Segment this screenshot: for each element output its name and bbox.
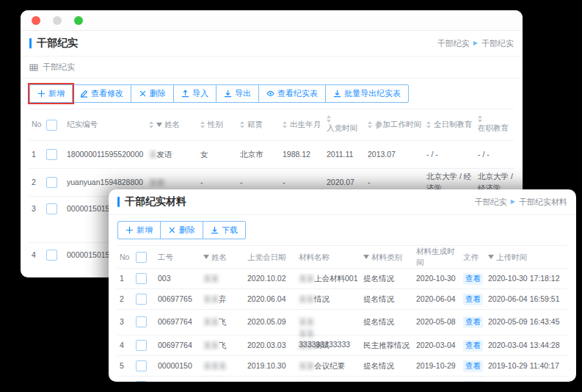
cell-material_name: 某某评议纪要 [297,381,361,382]
plus-icon [126,226,134,234]
toolbar: 新增查看修改删除导入导出查看纪实表批量导出纪实表 [21,79,523,109]
sort-icon [149,121,153,128]
plus-icon [37,90,46,98]
cell-material_created: 2020-06-04 [414,294,461,305]
column-label: 出生年月 [290,119,321,130]
sort-icon [478,115,482,123]
cell-select [134,340,156,351]
row-checkbox[interactable] [136,340,147,351]
column-header-record_id: 纪实编号 [65,119,147,130]
cell-text: 2019-10-29 [416,360,456,371]
view-record-sheet-button[interactable]: 查看纪实表 [258,84,326,103]
export-icon [224,90,232,98]
cell-name: 某某飞 [201,310,245,327]
close-light[interactable] [32,16,40,25]
column-header-gender[interactable]: 性别 [198,119,238,130]
add-button[interactable]: 新增 [29,84,73,103]
redacted-text: 某某 [203,294,219,305]
button-label: 新增 [48,88,65,99]
page-title: 干部纪实材料 [117,195,186,208]
cell-text: 会议纪要 [314,360,345,371]
batch-export-sheet-button[interactable]: 批量导出纪实表 [325,84,409,103]
cell-line: 某某 [299,316,359,327]
cell-no: 2 [117,294,134,305]
cell-no: 1 [117,273,134,284]
cell-text: 2019.10.30 [247,381,286,382]
export-icon [333,90,341,98]
column-label: 材料生成时间 [416,246,459,268]
cell-text: 2020.03.03 [247,340,286,351]
column-header-name[interactable]: 姓名 [147,119,198,130]
column-header-work_start_date[interactable]: 参加工作时间 [365,119,424,130]
column-header-fulltime_education[interactable]: 全日制教育 [424,119,476,130]
view-link[interactable]: 查看 [463,381,483,382]
view-link[interactable]: 查看 [463,340,483,351]
cell-text: 2020.06.04 [247,294,286,305]
cell-upload_time: 2020-10-30 17:18:12 [486,273,568,284]
row-checkbox[interactable] [136,294,147,305]
close-icon [139,90,147,98]
cell-file: 查看 [461,294,486,305]
row-checkbox[interactable] [46,177,57,188]
column-header-onjob_education[interactable]: 在职教育 [476,115,517,134]
cell-no: 3 [117,310,134,327]
row-checkbox[interactable] [46,250,57,261]
row-checkbox[interactable] [46,203,57,214]
maximize-light[interactable] [74,16,83,25]
breadcrumb-parent[interactable]: 干部纪实 [437,38,470,49]
download-button[interactable]: 下载 [203,221,246,239]
button-label: 查看修改 [91,88,123,99]
column-header-upload_time[interactable]: 上传时间 [486,252,568,263]
column-header-party_join_date[interactable]: 入党时间 [324,115,365,134]
button-label: 查看纪实表 [277,88,318,99]
select-all-checkbox[interactable] [136,252,147,263]
import-button[interactable]: 导入 [173,84,217,103]
breadcrumb-parent[interactable]: 干部纪实 [475,197,507,208]
cell-material_name: 某某会议纪要 [297,360,361,371]
breadcrumb: 干部纪实 ▶ 干部纪实材料 [475,197,567,208]
cell-text: 飞 [219,316,227,327]
column-header-native_place[interactable]: 籍贯 [238,119,280,130]
cell-record_id: yuanyuan1594828800 [65,177,147,188]
view-link[interactable]: 查看 [463,294,483,305]
row-checkbox[interactable] [136,316,147,327]
row-checkbox[interactable] [46,149,57,160]
table-row: 500000150某某某2019.10.30某某会议纪要提名情况2019-10-… [117,356,567,377]
button-label: 批量导出纪实表 [344,88,401,99]
cell-text: 上会材料001 [314,273,358,284]
cell-party_meeting_date: 2020.03.03 [245,340,297,351]
column-header-material_type[interactable]: 材料类别 [361,252,414,263]
cell-text: 民主推荐情况 [363,340,410,351]
delete-button[interactable]: 删除 [160,221,203,239]
view-link[interactable]: 查看 [463,316,483,327]
row-checkbox[interactable] [136,381,147,382]
column-header-file: 文件 [461,252,486,263]
breadcrumb-arrow-icon: ▶ [473,40,478,46]
view-edit-button[interactable]: 查看修改 [72,84,131,103]
view-link[interactable]: 查看 [463,273,483,284]
add-button[interactable]: 新增 [117,221,161,239]
column-header-select[interactable] [134,252,156,263]
cell-text: 2020-05-09 16:43:45 [488,316,560,327]
cell-material_name: 某某上会材料001 [297,273,361,284]
button-label: 导出 [235,88,251,99]
cell-text: 提名情况 [363,273,394,284]
grid-icon [29,63,38,72]
minimize-light[interactable] [53,16,62,25]
section-header: 干部纪实材料 干部纪实 ▶ 干部纪实材料 [109,189,576,215]
cell-material_created: 2020-03-04 [414,340,461,351]
redacted-text: 某某 [299,294,314,305]
column-header-name[interactable]: 姓名 [201,252,245,263]
view-link[interactable]: 查看 [463,360,483,371]
column-label: No [120,252,129,263]
row-checkbox[interactable] [136,360,147,371]
column-header-employee_id: 工号 [156,252,201,263]
delete-button[interactable]: 删除 [131,84,174,103]
column-header-birth_date[interactable]: 出生年月 [280,119,324,130]
cell-text: 北京市 [240,149,263,160]
row-checkbox[interactable] [136,273,147,284]
select-all-checkbox[interactable] [46,120,57,131]
redacted-text: 某某 [203,381,219,382]
column-header-select[interactable] [44,120,65,131]
export-button[interactable]: 导出 [216,84,259,103]
